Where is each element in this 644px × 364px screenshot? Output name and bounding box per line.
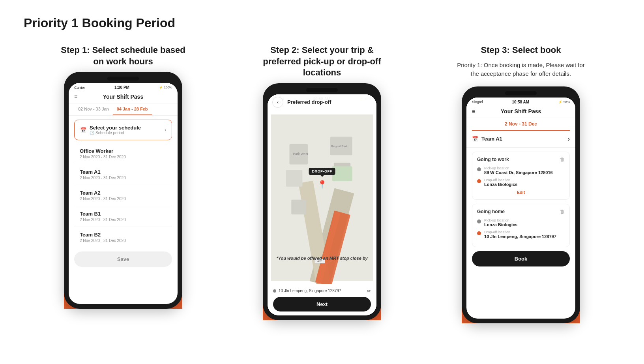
tab-row: 02 Nov - 03 Jan 04 Jan - 28 Feb [69,103,178,116]
step2-col: Step 2: Select your trip & preferred pic… [223,45,421,320]
dropoff-info: Drop-off location Lonza Biologics [484,178,517,187]
select-schedule-card[interactable]: 📅 Select your schedule 🕐 Schedule period [74,120,172,140]
item-name-1: Team A1 [80,169,167,175]
home-pickup-label: Pick-up location [484,218,517,222]
dropoff-name: Lonza Biologics [484,182,517,187]
list-item[interactable]: Office Worker 2 Nov 2020 - 31 Dec 2020 [74,143,172,164]
bottom-spacer [69,267,178,273]
save-button[interactable]: Save [74,251,172,267]
map-bottom-bar: 10 Jln Lempeng, Singapore 128797 ✏ Next [268,284,376,315]
trash-icon[interactable]: 🗑 [560,157,565,162]
map-header: ‹ Preferred drop-off [268,94,376,110]
svg-text:Park West: Park West [293,152,308,156]
steps-row: Step 1: Select schedule based on work ho… [24,45,620,323]
pickup-info: Pick-up location 89 W Coast Dr, Singapor… [484,166,553,175]
item-date-2: 2 Nov 2020 - 31 Dec 2020 [80,197,167,201]
going-to-work-section: Going to work 🗑 Pick-up location 89 W Co… [472,152,570,200]
menu-icon3[interactable]: ≡ [472,108,475,114]
location-text: 10 Jln Lempeng, Singapore 128797 [279,289,341,293]
home-pickup-name: Lonza Biologics [484,222,517,227]
next-button[interactable]: Next [273,297,371,311]
location-dot [273,289,276,293]
status-icons3: ⚡ 96% [558,100,570,104]
schedule-list: Office Worker 2 Nov 2020 - 31 Dec 2020 T… [74,143,172,248]
item-date-3: 2 Nov 2020 - 31 Dec 2020 [80,218,167,222]
pickup-name: 89 W Coast Dr, Singapore 128016 [484,170,553,175]
home-section-header: Going home 🗑 [477,209,565,214]
home-pickup-info: Pick-up location Lonza Biologics [484,218,517,227]
calendar-icon: 📅 [80,127,86,133]
item-name-4: Team B2 [80,232,167,238]
phone1: Carrier 1:20 PM ⚡ 100% ≡ Your Shift Pass [64,72,182,309]
app-title3: Your Shift Pass [501,108,541,114]
battery3-pct: 96% [564,100,570,104]
step1-col: Step 1: Select schedule based on work ho… [24,45,223,309]
list-item[interactable]: Team A1 2 Nov 2020 - 31 Dec 2020 [74,164,172,185]
home-dropoff-dot [477,231,481,235]
tab-jan-feb[interactable]: 04 Jan - 28 Feb [113,103,152,115]
carrier-text: Carrier [74,86,85,90]
app-header3: ≡ Your Shift Pass [466,106,575,118]
schedule-card-text: Select your schedule 🕐 Schedule period [90,125,141,135]
date-tab[interactable]: 2 Nov - 31 Dec [472,118,570,131]
page-title: Priority 1 Booking Period [24,16,620,30]
app-title: Your Shift Pass [103,94,143,100]
carrier3-text: Singtel [472,100,483,104]
step3-heading: Step 3: Select book [481,45,561,56]
status-icons: ⚡ 100% [159,86,172,89]
mrt-notice: *You would be offered an MRT stop close … [273,256,371,261]
book-button[interactable]: Book [472,251,570,266]
step3-col: Step 3: Select book Priority 1: Once boo… [421,45,620,323]
map-container: Park West Regent Park AYE DROP-OFF 📍 [268,103,376,292]
trash-icon-home[interactable]: 🗑 [560,209,565,214]
list-item[interactable]: Team A2 2 Nov 2020 - 31 Dec 2020 [74,185,172,206]
svg-text:Regent Park: Regent Park [331,144,348,148]
step1-heading: Step 1: Select schedule based on work ho… [56,45,190,67]
team-label: Team A1 [481,136,502,142]
list-item[interactable]: Team B2 2 Nov 2020 - 31 Dec 2020 [74,227,172,248]
phone1-notch [107,77,139,81]
phone3-notch [505,91,537,95]
going-home-title: Going home [477,209,505,214]
item-date-4: 2 Nov 2020 - 31 Dec 2020 [80,238,167,243]
phone1-screen: Carrier 1:20 PM ⚡ 100% ≡ Your Shift Pass [69,83,178,304]
schedule-card-left: 📅 Select your schedule 🕐 Schedule period [80,125,141,135]
svg-rect-9 [291,199,306,214]
team-icon: 📅 [472,136,478,142]
going-home-section: Going home 🗑 Pick-up location Lonza Biol… [472,204,570,247]
team-row[interactable]: 📅 Team A1 › [466,131,575,148]
home-dropoff-name: 10 Jln Lempeng, Singapore 128797 [484,234,556,239]
clock-icon: 🕐 [90,131,94,135]
chevron-right-team: › [568,135,570,143]
list-item[interactable]: Team B1 2 Nov 2020 - 31 Dec 2020 [74,206,172,227]
battery-icon: ⚡ [159,86,163,89]
time3-text: 10:58 AM [512,100,530,104]
work-section-header: Going to work 🗑 [477,157,565,162]
menu-icon[interactable]: ≡ [74,94,77,100]
battery-pct: 100% [164,86,172,89]
phone1-status-bar: Carrier 1:20 PM ⚡ 100% [69,83,178,91]
home-dropoff-info: Drop-off location 10 Jln Lempeng, Singap… [484,230,556,239]
home-pickup-line: Pick-up location Lonza Biologics [477,218,565,227]
pickup-label: Pick-up location [484,166,553,170]
item-date-1: 2 Nov 2020 - 31 Dec 2020 [80,176,167,180]
tab-nov-jan[interactable]: 02 Nov - 03 Jan [74,103,113,115]
item-name-3: Team B1 [80,211,167,217]
edit-link[interactable]: Edit [477,190,565,195]
edit-icon[interactable]: ✏ [367,288,371,294]
location-row: 10 Jln Lempeng, Singapore 128797 ✏ [273,288,371,294]
step2-heading: Step 2: Select your trip & preferred pic… [255,45,389,79]
phone1-wrapper: Carrier 1:20 PM ⚡ 100% ≡ Your Shift Pass [64,72,182,309]
going-to-work-title: Going to work [477,157,509,162]
schedule-period-text: Schedule period [95,131,124,135]
phone3: Singtel 10:58 AM ⚡ 96% ≡ Your Shift Pass [462,86,580,323]
phone2-notch [306,88,338,92]
phone3-status-bar: Singtel 10:58 AM ⚡ 96% [466,98,575,106]
dropoff-line: Drop-off location Lonza Biologics [477,178,565,187]
back-button[interactable]: ‹ [272,97,283,108]
item-name-2: Team A2 [80,190,167,196]
map-title: Preferred drop-off [287,99,331,105]
phone2: Singtel 10:58 AM ⚡ 96% ‹ Preferred drop-… [263,83,381,320]
svg-rect-6 [286,170,302,186]
pickup-dot [477,167,481,171]
